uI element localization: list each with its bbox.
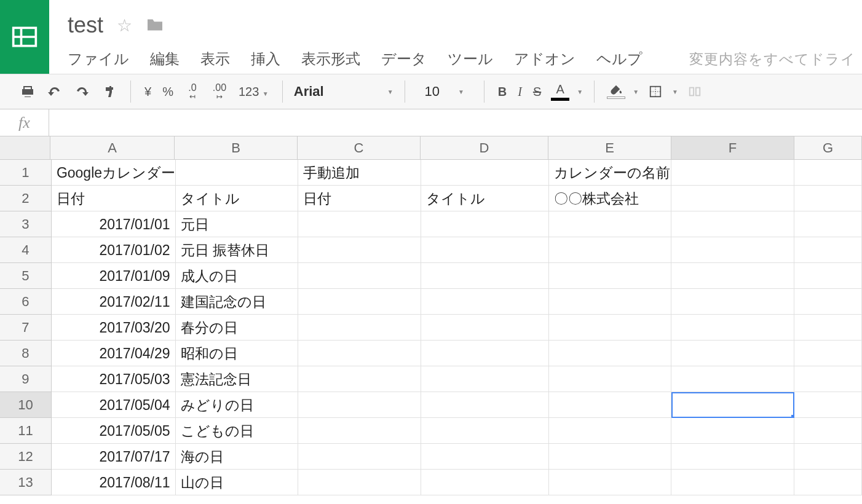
cell-C5[interactable] — [298, 263, 421, 289]
chevron-down-icon[interactable]: ▼ — [672, 89, 678, 95]
cell-A7[interactable]: 2017/03/20 — [52, 315, 176, 341]
fill-color-button[interactable] — [606, 81, 627, 102]
cell-G11[interactable] — [794, 418, 862, 444]
row-header[interactable]: 3 — [0, 211, 52, 237]
cell-D13[interactable] — [421, 470, 549, 495]
cell-G7[interactable] — [794, 315, 862, 341]
cell-B10[interactable]: みどりの日 — [176, 392, 299, 418]
cell-C3[interactable] — [298, 211, 421, 237]
cell-A12[interactable]: 2017/07/17 — [52, 444, 176, 470]
cell-E11[interactable] — [549, 418, 672, 444]
cell-G12[interactable] — [794, 444, 862, 470]
grid-body[interactable]: 1Googleカレンダーからの取得手動追加カレンダーの名前2日付タイトル日付タイ… — [0, 160, 862, 495]
font-selector[interactable]: Arial ▼ — [285, 74, 402, 109]
decrease-decimal-button[interactable]: .0↤ — [182, 81, 203, 102]
row-header[interactable]: 10 — [0, 392, 52, 418]
cell-G1[interactable] — [794, 160, 862, 186]
italic-button[interactable]: I — [515, 85, 524, 99]
font-size-selector[interactable]: 10 ▼ — [408, 74, 481, 109]
cell-A8[interactable]: 2017/04/29 — [52, 341, 176, 366]
cell-F10[interactable] — [671, 392, 794, 418]
folder-icon[interactable] — [146, 17, 164, 34]
column-header-E[interactable]: E — [548, 136, 671, 159]
star-icon[interactable]: ☆ — [117, 15, 132, 36]
cell-F8[interactable] — [671, 341, 794, 366]
cell-D3[interactable] — [421, 211, 549, 237]
cell-A11[interactable]: 2017/05/05 — [52, 418, 176, 444]
bold-button[interactable]: B — [496, 85, 509, 99]
menu-tools[interactable]: ツール — [448, 49, 493, 69]
cell-C10[interactable] — [298, 392, 421, 418]
formula-input[interactable] — [49, 109, 862, 136]
cell-D12[interactable] — [421, 444, 549, 470]
cell-B7[interactable]: 春分の日 — [176, 315, 299, 341]
row-header[interactable]: 12 — [0, 444, 52, 470]
cell-A6[interactable]: 2017/02/11 — [52, 289, 176, 315]
cell-G8[interactable] — [794, 341, 862, 366]
doc-title[interactable]: test — [68, 12, 103, 38]
chevron-down-icon[interactable]: ▼ — [577, 89, 583, 95]
menu-insert[interactable]: 挿入 — [251, 49, 280, 69]
cell-D6[interactable] — [421, 289, 549, 315]
cell-A4[interactable]: 2017/01/02 — [52, 237, 176, 263]
paint-format-button[interactable] — [98, 81, 119, 102]
cell-D10[interactable] — [421, 392, 549, 418]
cell-E7[interactable] — [549, 315, 672, 341]
cell-A5[interactable]: 2017/01/09 — [52, 263, 176, 289]
row-header[interactable]: 7 — [0, 315, 52, 341]
cell-E3[interactable] — [549, 211, 672, 237]
row-header[interactable]: 8 — [0, 341, 52, 366]
cell-E8[interactable] — [549, 341, 672, 366]
row-header[interactable]: 6 — [0, 289, 52, 315]
cell-D9[interactable] — [421, 366, 549, 392]
cell-G2[interactable] — [794, 186, 862, 211]
select-all-corner[interactable] — [0, 136, 50, 159]
cell-B13[interactable]: 山の日 — [176, 470, 299, 495]
cell-A9[interactable]: 2017/05/03 — [52, 366, 176, 392]
cell-A2[interactable]: 日付 — [52, 186, 176, 211]
column-header-F[interactable]: F — [671, 136, 794, 159]
cell-C4[interactable] — [298, 237, 421, 263]
cell-C7[interactable] — [298, 315, 421, 341]
cell-F6[interactable] — [671, 289, 794, 315]
cell-F2[interactable] — [671, 186, 794, 211]
cell-G3[interactable] — [794, 211, 862, 237]
row-header[interactable]: 13 — [0, 470, 52, 495]
cell-E1[interactable]: カレンダーの名前 — [549, 160, 672, 186]
cell-D7[interactable] — [421, 315, 549, 341]
menu-addons[interactable]: アドオン — [514, 49, 575, 69]
cell-B3[interactable]: 元日 — [176, 211, 299, 237]
cell-F3[interactable] — [671, 211, 794, 237]
cell-D8[interactable] — [421, 341, 549, 366]
cell-E10[interactable] — [549, 392, 672, 418]
row-header[interactable]: 1 — [0, 160, 52, 186]
cell-E4[interactable] — [549, 237, 672, 263]
cell-C2[interactable]: 日付 — [298, 186, 421, 211]
strike-button[interactable]: S — [531, 85, 544, 99]
cell-E5[interactable] — [549, 263, 672, 289]
merge-button[interactable] — [684, 81, 705, 102]
cell-D11[interactable] — [421, 418, 549, 444]
row-header[interactable]: 5 — [0, 263, 52, 289]
undo-button[interactable] — [44, 81, 65, 102]
cell-B1[interactable] — [176, 160, 299, 186]
menu-edit[interactable]: 編集 — [150, 49, 180, 69]
cell-G4[interactable] — [794, 237, 862, 263]
cell-F11[interactable] — [671, 418, 794, 444]
cell-G9[interactable] — [794, 366, 862, 392]
cell-B11[interactable]: こどもの日 — [176, 418, 299, 444]
cell-F9[interactable] — [671, 366, 794, 392]
cell-A13[interactable]: 2017/08/11 — [52, 470, 176, 495]
redo-button[interactable] — [71, 81, 92, 102]
cell-E12[interactable] — [549, 444, 672, 470]
row-header[interactable]: 9 — [0, 366, 52, 392]
cell-G5[interactable] — [794, 263, 862, 289]
cell-B4[interactable]: 元日 振替休日 — [176, 237, 299, 263]
cell-F7[interactable] — [671, 315, 794, 341]
cell-F5[interactable] — [671, 263, 794, 289]
cell-G6[interactable] — [794, 289, 862, 315]
cell-C12[interactable] — [298, 444, 421, 470]
cell-C6[interactable] — [298, 289, 421, 315]
cell-B9[interactable]: 憲法記念日 — [176, 366, 299, 392]
cell-E6[interactable] — [549, 289, 672, 315]
